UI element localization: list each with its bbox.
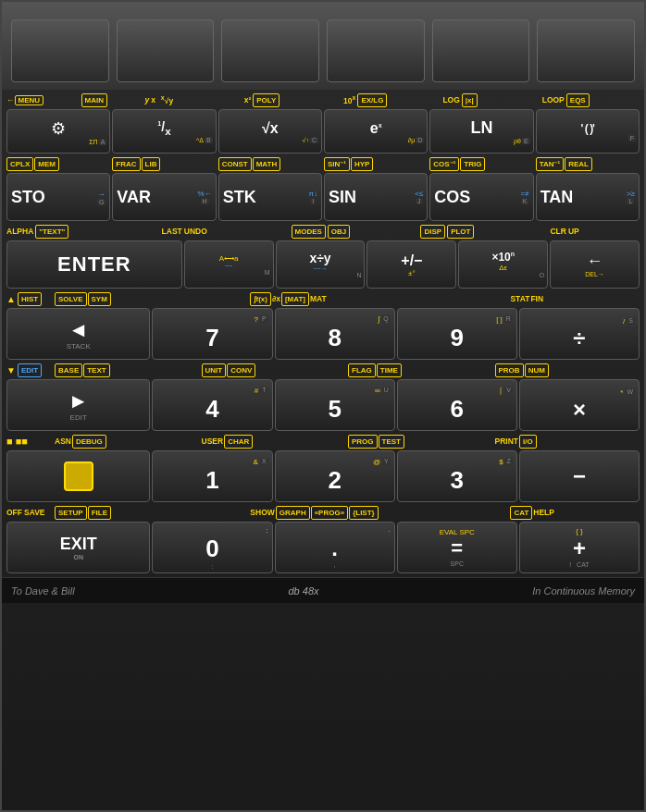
key-7[interactable]: ? P 7 xyxy=(152,308,272,360)
key-sto[interactable]: STO → G xyxy=(6,173,110,221)
key-9-text: 9 xyxy=(451,324,464,352)
key-right-arrow[interactable]: ► EDIT xyxy=(6,379,150,431)
key-sigma-label: ΣΠ xyxy=(89,139,97,145)
row7-keys: EXIT ON : 0 : · . , EVAL SPC = SPC xyxy=(6,522,640,573)
bottom-right-text: In Continuous Memory xyxy=(532,585,635,597)
key-parens-text: ' ( )' xyxy=(581,122,594,135)
key-subtract-text: − xyxy=(573,463,586,489)
key-ex[interactable]: ex ∂μ D xyxy=(324,109,428,154)
key-plusminus-text: +/− xyxy=(401,252,422,269)
label-debug: DEBUG xyxy=(72,435,106,449)
key-stk-pi: π↓ xyxy=(308,190,317,198)
key-2[interactable]: @ Y 2 xyxy=(275,450,395,502)
label-10x: 10x xyxy=(343,94,355,105)
key-settings[interactable]: ⚙ ΣΠ A xyxy=(6,109,110,154)
key-tan[interactable]: TAN >≥ L xyxy=(536,173,640,221)
key-3-top: $ xyxy=(499,458,503,466)
key-divide[interactable]: / S ÷ xyxy=(519,308,640,360)
top-btn-4[interactable] xyxy=(327,19,425,82)
key-add[interactable]: { } + ! CAT xyxy=(519,522,640,573)
key-deltaepsilon: Δε xyxy=(499,264,507,272)
label-setup: SETUP xyxy=(55,506,87,520)
key-multiply[interactable]: * W × xyxy=(519,379,640,431)
row3-labels: ALPHA "TEXT" LAST UNDO MODES OBJ DISP PL… xyxy=(6,223,640,240)
key-9[interactable]: [ ] R 9 xyxy=(397,308,517,360)
key-subtract[interactable]: − xyxy=(519,450,640,502)
label-solve: SOLVE xyxy=(55,292,87,306)
key-l-label: L xyxy=(627,198,634,204)
bottom-strip: To Dave & Bill db 48x In Continuous Memo… xyxy=(2,577,644,603)
key-rho-label: ρθ xyxy=(514,138,521,144)
label-char: CHAR xyxy=(224,435,253,449)
key-dot-text: . xyxy=(331,535,338,561)
key-sin[interactable]: SIN <≤ J xyxy=(324,173,428,221)
key-plusminus-top: ±° xyxy=(408,269,416,277)
key-7-text: 7 xyxy=(205,324,218,352)
label-hist: HIST xyxy=(18,292,42,306)
key-0[interactable]: : 0 : xyxy=(152,522,272,573)
row6-labels: ■ ■■ ASN DEBUG USER CHAR PROG TEST PRINT… xyxy=(6,433,640,449)
key-stk[interactable]: STK π↓ I xyxy=(218,173,322,221)
label-list: {LIST} xyxy=(349,506,379,520)
key-sin-text: SIN xyxy=(329,188,356,207)
label-off: OFF xyxy=(6,508,22,517)
key-6-text: 6 xyxy=(451,395,464,424)
key-dot-top: · xyxy=(388,527,390,535)
key-equals[interactable]: EVAL SPC = SPC xyxy=(397,522,517,573)
settings-icon: ⚙ xyxy=(51,118,66,139)
key-sqrtx[interactable]: √x √↑ C xyxy=(218,109,322,154)
label-hyp: HYP xyxy=(351,157,373,171)
key-1overx[interactable]: 1/x ^Δ B xyxy=(112,109,216,154)
key-alpha-switch[interactable]: A⟷a ~~ M xyxy=(184,240,274,289)
label-asn: ASN xyxy=(55,437,71,446)
key-6[interactable]: ∣ V 6 xyxy=(397,379,517,431)
key-parens[interactable]: ' ( )' F xyxy=(536,109,640,154)
label-absx-tag: |x| xyxy=(462,93,478,107)
top-btn-1[interactable] xyxy=(11,19,109,82)
key-backspace[interactable]: ← DEL→ xyxy=(550,240,640,289)
key-multiply-text: × xyxy=(573,397,586,423)
label-trig: TRIG xyxy=(460,157,485,171)
key-tan-ge: >≥ xyxy=(627,190,635,198)
top-btn-3[interactable] xyxy=(221,19,319,82)
row5-keys: ► EDIT # T 4 ∞ U 5 ∣ V xyxy=(6,379,640,431)
top-btn-2[interactable] xyxy=(117,19,215,82)
key-divide-text: ÷ xyxy=(573,326,585,351)
key-5[interactable]: ∞ U 5 xyxy=(275,379,395,431)
keyboard-area: ←MENU MAIN yx x√y x² POLY 10x EX/LG LOG … xyxy=(2,90,644,577)
label-x2: x² xyxy=(244,95,252,105)
key-tilde-label: ~~ xyxy=(225,263,232,269)
key-times10n[interactable]: ×10n Δε O xyxy=(458,240,548,289)
key-j-label: J xyxy=(416,198,423,204)
key-var[interactable]: VAR %← H xyxy=(112,173,216,221)
key-del-label: DEL→ xyxy=(585,271,604,277)
key-enter[interactable]: ENTER xyxy=(6,240,182,289)
key-ln[interactable]: LN ρθ E xyxy=(429,109,533,154)
label-file: FILE xyxy=(88,506,111,520)
key-3[interactable]: $ Z 3 xyxy=(397,450,517,502)
key-4[interactable]: # T 4 xyxy=(152,379,272,431)
top-btn-5[interactable] xyxy=(432,19,530,82)
key-yellow-square[interactable] xyxy=(6,450,150,502)
key-8[interactable]: ∫ Q 8 xyxy=(275,308,395,360)
top-btn-6[interactable] xyxy=(537,19,635,82)
bottom-left-text: To Dave & Bill xyxy=(11,585,75,597)
key-0-text: 0 xyxy=(205,535,218,563)
row5-labels: ▼ EDIT BASE TEXT UNIT CONV FLAG TIME PRO… xyxy=(6,362,640,378)
key-xdoty[interactable]: x÷y ~~→ N xyxy=(276,240,366,289)
key-left-arrow[interactable]: ◄ STACK xyxy=(6,308,150,360)
row4-labels: ▲ HIST SOLVE SYM ∫f(x) ∂x [MAT] MAT STAT… xyxy=(6,290,640,307)
key-right-arrow-icon: ► xyxy=(68,389,89,413)
label-test: TEST xyxy=(379,435,404,449)
label-log: LOG xyxy=(442,95,459,105)
label-help: HELP xyxy=(533,508,554,517)
key-cos[interactable]: COS =≠ K xyxy=(429,173,533,221)
label-const: CONST xyxy=(218,157,252,171)
key-exit[interactable]: EXIT ON xyxy=(6,522,150,573)
label-obj: OBJ xyxy=(328,225,350,239)
label-lib: LIB xyxy=(142,157,161,171)
key-dot[interactable]: · . , xyxy=(275,522,395,573)
label-prob: PROB xyxy=(495,363,524,377)
key-1[interactable]: & X 1 xyxy=(152,450,272,502)
key-plusminus[interactable]: +/− ±° xyxy=(366,240,456,289)
